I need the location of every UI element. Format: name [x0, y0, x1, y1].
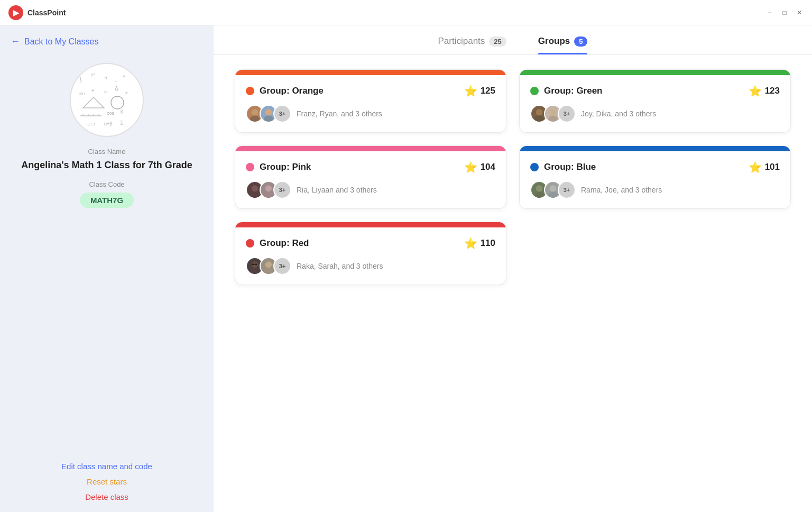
- app-branding: ▶ ClassPoint: [8, 5, 66, 20]
- member-names-green: Joy, Dika, and 3 others: [581, 109, 656, 118]
- member-names-red: Raka, Sarah, and 3 others: [297, 262, 383, 270]
- back-to-classes-link[interactable]: ← Back to My Classes: [11, 36, 98, 47]
- svg-point-23: [250, 116, 260, 122]
- group-card-body-pink: Group: Pink ⭐ 104: [235, 151, 506, 208]
- group-row1-green: Group: Green ⭐ 123: [530, 85, 780, 97]
- svg-point-32: [265, 185, 272, 191]
- svg-point-24: [265, 109, 272, 115]
- svg-text:x²: x²: [91, 72, 95, 77]
- svg-rect-40: [252, 264, 254, 266]
- svg-marker-10: [83, 97, 104, 108]
- svg-point-26: [536, 109, 542, 115]
- svg-text:≠: ≠: [125, 90, 128, 96]
- group-row1-orange: Group: Orange ⭐ 125: [246, 85, 495, 97]
- content-area: Participants 25 Groups 5 Group: Orange: [214, 25, 812, 512]
- tab-participants-label: Participants: [438, 36, 485, 47]
- avatars-green: 3+: [530, 105, 576, 123]
- group-name-section-blue: Group: Blue: [530, 162, 596, 172]
- group-card-blue[interactable]: Group: Blue ⭐ 101: [519, 145, 791, 209]
- group-card-top-green: [520, 70, 790, 75]
- title-bar: ▶ ClassPoint − □ ✕: [0, 0, 812, 25]
- tab-participants[interactable]: Participants 25: [438, 36, 506, 54]
- main-layout: ← Back to My Classes ∫ x² π ÷ √ sin + ∞ …: [0, 25, 812, 512]
- minimize-button[interactable]: −: [765, 8, 774, 17]
- star-icon-red: ⭐: [464, 237, 477, 250]
- svg-rect-41: [255, 264, 257, 266]
- svg-text:∑: ∑: [120, 120, 123, 125]
- group-name-section-green: Group: Green: [530, 86, 603, 96]
- group-dot-pink: [246, 163, 254, 171]
- star-icon-blue: ⭐: [749, 161, 762, 173]
- group-stars-red: ⭐ 110: [464, 237, 495, 250]
- edit-class-link[interactable]: Edit class name and code: [61, 462, 152, 471]
- star-icon-orange: ⭐: [464, 85, 477, 97]
- group-row2-orange: 3+ Franz, Ryan, and 3 others: [246, 105, 495, 123]
- avatar-more-blue: 3+: [558, 181, 576, 199]
- group-score-green: 123: [765, 86, 780, 96]
- svg-text:÷: ÷: [114, 78, 118, 84]
- tab-groups-label: Groups: [538, 36, 570, 47]
- svg-point-34: [536, 185, 542, 191]
- svg-text:+: +: [91, 87, 95, 94]
- group-card-green[interactable]: Group: Green ⭐ 123: [519, 69, 791, 133]
- class-code-label: Class Code: [89, 180, 124, 188]
- svg-text:cos: cos: [107, 111, 115, 116]
- group-score-blue: 101: [765, 162, 780, 172]
- group-name-red: Group: Red: [260, 238, 309, 249]
- group-card-pink[interactable]: Group: Pink ⭐ 104: [235, 145, 506, 209]
- class-name-label: Class Name: [88, 148, 126, 156]
- tabs-header: Participants 25 Groups 5: [214, 25, 812, 54]
- svg-text:∞: ∞: [104, 89, 107, 95]
- class-avatar-svg: ∫ x² π ÷ √ sin + ∞ Δ ≠ cos: [75, 68, 139, 132]
- reset-stars-link[interactable]: Reset stars: [87, 477, 127, 486]
- star-icon-pink: ⭐: [464, 161, 477, 173]
- svg-point-27: [534, 116, 544, 122]
- group-name-section-red: Group: Red: [246, 238, 309, 249]
- group-card-top-orange: [235, 70, 506, 75]
- svg-text:α+β: α+β: [104, 121, 113, 126]
- group-card-orange[interactable]: Group: Orange ⭐ 125: [235, 69, 506, 133]
- tab-groups[interactable]: Groups 5: [538, 36, 588, 54]
- group-card-top-blue: [520, 146, 790, 151]
- svg-text:√: √: [123, 74, 125, 79]
- group-card-body-orange: Group: Orange ⭐ 125: [235, 75, 506, 132]
- group-row1-pink: Group: Pink ⭐ 104: [246, 161, 495, 173]
- svg-text:sin: sin: [79, 91, 85, 96]
- group-card-red[interactable]: Group: Red ⭐ 110: [235, 222, 506, 285]
- group-card-top-red: [235, 222, 506, 227]
- svg-point-37: [548, 192, 558, 198]
- close-button[interactable]: ✕: [795, 8, 804, 17]
- tab-participants-count: 25: [489, 36, 506, 47]
- svg-point-29: [548, 116, 558, 122]
- group-name-green: Group: Green: [544, 86, 603, 96]
- group-dot-red: [246, 239, 254, 248]
- group-dot-blue: [530, 163, 539, 171]
- delete-class-link[interactable]: Delete class: [85, 492, 128, 501]
- maximize-button[interactable]: □: [780, 8, 789, 17]
- star-icon-green: ⭐: [749, 85, 762, 97]
- svg-text:1,2,3: 1,2,3: [86, 122, 95, 126]
- svg-point-36: [550, 185, 556, 191]
- groups-grid: Group: Orange ⭐ 125: [214, 54, 812, 512]
- group-dot-green: [530, 87, 539, 95]
- class-avatar: ∫ x² π ÷ √ sin + ∞ Δ ≠ cos: [70, 63, 144, 137]
- avatars-red: 3+: [246, 257, 291, 275]
- svg-point-39: [250, 268, 260, 275]
- group-score-red: 110: [481, 238, 495, 249]
- svg-point-22: [252, 109, 258, 115]
- class-name-value: Angelina's Math 1 Class for 7th Grade: [21, 159, 192, 172]
- svg-point-33: [264, 192, 273, 198]
- group-stars-orange: ⭐ 125: [464, 85, 495, 97]
- svg-point-31: [250, 192, 260, 198]
- group-score-orange: 125: [481, 86, 495, 96]
- tab-groups-count: 5: [574, 36, 587, 47]
- group-card-top-pink: [235, 146, 506, 151]
- svg-point-25: [264, 116, 273, 122]
- member-names-pink: Ria, Liyaan and 3 others: [297, 186, 377, 194]
- svg-text:θ: θ: [120, 108, 124, 115]
- group-stars-blue: ⭐ 101: [749, 161, 780, 173]
- group-name-blue: Group: Blue: [544, 162, 596, 172]
- avatars-blue: 3+: [530, 181, 576, 199]
- class-code-badge: MATH7G: [80, 193, 134, 208]
- avatars-orange: 3+: [246, 105, 291, 123]
